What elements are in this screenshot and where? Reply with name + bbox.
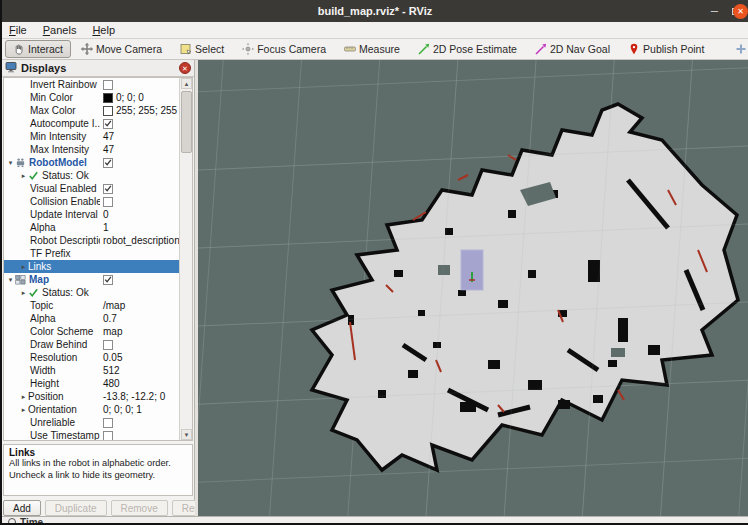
expand-right-icon[interactable]: ▸ <box>19 286 28 299</box>
scroll-up-icon[interactable]: ▲ <box>181 78 192 89</box>
scroll-down-icon[interactable]: ▼ <box>181 429 192 440</box>
property-value[interactable]: 0; 0; 0 <box>116 91 144 104</box>
checkbox-checked[interactable] <box>103 275 113 285</box>
expand-down-icon[interactable]: ▾ <box>6 273 15 286</box>
tool-2d-nav-goal[interactable]: 2D Nav Goal <box>527 40 618 58</box>
tool-measure[interactable]: Measure <box>336 40 408 58</box>
display-map[interactable]: ▾Map <box>4 273 192 286</box>
menu-file[interactable]: File <box>9 24 27 36</box>
property-value[interactable]: 480 <box>103 377 120 390</box>
time-panel-strip[interactable]: Time <box>2 516 748 525</box>
property-resolution[interactable]: Resolution0.05 <box>4 351 192 364</box>
property-collision-enabled[interactable]: Collision Enabled <box>4 195 192 208</box>
property-status-ok[interactable]: ▸Status: Ok <box>4 169 192 182</box>
display-robotmodel[interactable]: ▾RobotModel <box>4 156 192 169</box>
property-value[interactable]: 255; 255; 255 <box>116 104 177 117</box>
tree-scrollbar[interactable]: ▲ ▼ <box>179 78 192 440</box>
property-alpha[interactable]: Alpha1 <box>4 221 192 234</box>
menu-help[interactable]: Help <box>92 24 115 36</box>
property-max-color[interactable]: Max Color255; 255; 255 <box>4 104 192 117</box>
select-icon <box>180 43 192 55</box>
property-label: Alpha <box>30 221 56 234</box>
property-status-ok[interactable]: ▸Status: Ok <box>4 286 192 299</box>
expand-down-icon[interactable]: ▾ <box>6 156 15 169</box>
checkbox-unchecked[interactable] <box>103 418 113 428</box>
expand-right-icon[interactable]: ▸ <box>19 403 28 416</box>
tool-focus-camera[interactable]: Focus Camera <box>234 40 334 58</box>
property-position[interactable]: ▸Position-13.8; -12.2; 0 <box>4 390 192 403</box>
property-tf-prefix[interactable]: TF Prefix <box>4 247 192 260</box>
expand-right-icon[interactable]: ▸ <box>19 390 28 403</box>
expand-right-icon[interactable]: ▸ <box>19 260 28 273</box>
window-titlebar[interactable]: build_map.rviz* - RViz – ✕ <box>2 0 748 22</box>
property-value[interactable]: 1 <box>103 221 109 234</box>
property-value[interactable]: 0.05 <box>103 351 122 364</box>
property-topic[interactable]: Topic/map <box>4 299 192 312</box>
tool-label: Focus Camera <box>257 43 326 55</box>
checkbox-unchecked[interactable] <box>103 197 113 207</box>
tool-move-camera[interactable]: Move Camera <box>73 40 170 58</box>
property-autocompute-i[interactable]: Autocompute I... <box>4 117 192 130</box>
interact-hand-icon <box>13 43 25 55</box>
expand-right-icon[interactable]: ▸ <box>19 169 28 182</box>
property-update-interval[interactable]: Update Interval0 <box>4 208 192 221</box>
3d-viewport[interactable] <box>198 60 748 516</box>
property-value[interactable]: 0; 0; 0; 1 <box>103 403 142 416</box>
property-unreliable[interactable]: Unreliable <box>4 416 192 429</box>
property-value[interactable]: /map <box>103 299 125 312</box>
property-value[interactable]: robot_description <box>103 234 180 247</box>
property-value[interactable]: 0 <box>103 208 109 221</box>
property-value[interactable]: map <box>103 325 122 338</box>
property-color-scheme[interactable]: Color Schememap <box>4 325 192 338</box>
property-links[interactable]: ▸Links <box>4 260 192 273</box>
remove-button[interactable]: Remove <box>111 500 168 516</box>
close-button[interactable]: ✕ <box>733 4 748 19</box>
property-value[interactable]: 47 <box>103 130 114 143</box>
checkbox-checked[interactable] <box>103 119 113 129</box>
add-tool-button[interactable] <box>730 40 748 58</box>
robot-marker <box>461 250 483 290</box>
property-robot-description[interactable]: Robot Descriptionrobot_description <box>4 234 192 247</box>
property-label: Min Intensity <box>30 130 86 143</box>
tool-publish-point[interactable]: Publish Point <box>620 40 712 58</box>
property-width[interactable]: Width512 <box>4 364 192 377</box>
map-icon <box>15 274 27 285</box>
duplicate-button[interactable]: Duplicate <box>45 500 107 516</box>
time-clock-icon <box>8 518 16 525</box>
property-min-intensity[interactable]: Min Intensity47 <box>4 130 192 143</box>
property-use-timestamp[interactable]: Use Timestamp <box>4 429 192 441</box>
checkbox-unchecked[interactable] <box>103 80 113 90</box>
property-alpha[interactable]: Alpha0.7 <box>4 312 192 325</box>
property-orientation[interactable]: ▸Orientation0; 0; 0; 1 <box>4 403 192 416</box>
rviz-window: build_map.rviz* - RViz – ✕ FilePanelsHel… <box>0 0 748 525</box>
tool-label: Publish Point <box>643 43 704 55</box>
checkbox-unchecked[interactable] <box>103 340 113 350</box>
color-swatch[interactable] <box>103 106 113 116</box>
property-invert-rainbow[interactable]: Invert Rainbow <box>4 78 192 91</box>
property-draw-behind[interactable]: Draw Behind <box>4 338 192 351</box>
displays-panel-close-icon[interactable]: ✕ <box>179 62 191 74</box>
add-button[interactable]: Add <box>3 500 41 516</box>
displays-panel-header[interactable]: Displays ✕ <box>2 60 194 77</box>
color-swatch[interactable] <box>103 93 113 103</box>
property-label: Status: Ok <box>42 286 89 299</box>
minimize-button[interactable]: – <box>711 6 718 16</box>
property-min-color[interactable]: Min Color0; 0; 0 <box>4 91 192 104</box>
tool-select[interactable]: Select <box>172 40 232 58</box>
tool-2d-pose-estimate[interactable]: 2D Pose Estimate <box>410 40 525 58</box>
scrollbar-thumb[interactable] <box>181 91 192 153</box>
property-max-intensity[interactable]: Max Intensity47 <box>4 143 192 156</box>
checkbox-unchecked[interactable] <box>103 431 113 441</box>
property-label: Robot Description <box>30 234 100 247</box>
tool-interact[interactable]: Interact <box>5 40 71 58</box>
property-value[interactable]: -13.8; -12.2; 0 <box>103 390 165 403</box>
property-value[interactable]: 47 <box>103 143 114 156</box>
property-label: Width <box>30 364 56 377</box>
property-value[interactable]: 512 <box>103 364 120 377</box>
property-visual-enabled[interactable]: Visual Enabled <box>4 182 192 195</box>
checkbox-checked[interactable] <box>103 184 113 194</box>
menu-panels[interactable]: Panels <box>43 24 77 36</box>
property-value[interactable]: 0.7 <box>103 312 117 325</box>
checkbox-checked[interactable] <box>103 158 113 168</box>
property-height[interactable]: Height480 <box>4 377 192 390</box>
